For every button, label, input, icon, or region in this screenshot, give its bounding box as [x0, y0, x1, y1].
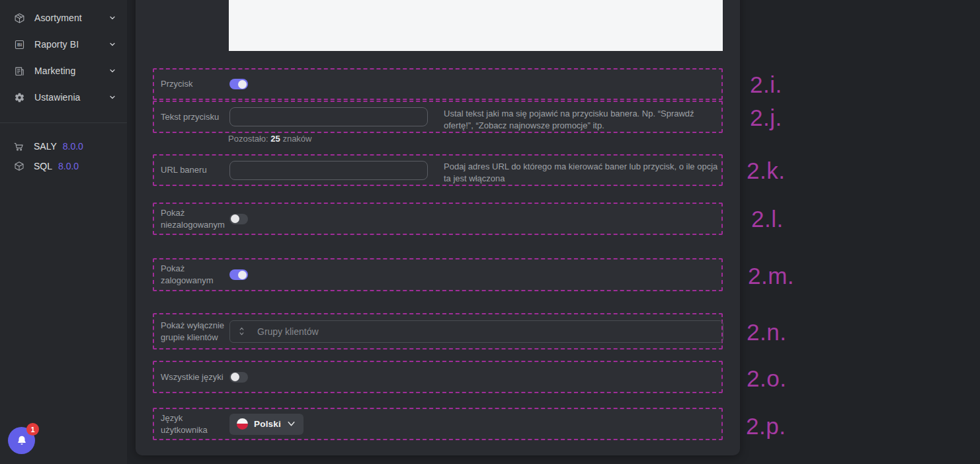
form-row-tekst-przycisku: Tekst przycisku Ustal tekst jaki ma się … [153, 101, 723, 133]
toggle-knob [238, 80, 247, 89]
product-version: 8.0.0 [58, 161, 79, 171]
page: Przycisk Tekst przycisku Ustal tekst jak… [0, 0, 980, 464]
product-name: SQL [34, 161, 52, 171]
annotation-2l: 2.l. [751, 207, 784, 230]
sidebar-item-label: Raporty BI [34, 39, 108, 50]
annotation-2m: 2.m. [748, 264, 794, 287]
annotation-2i: 2.i. [750, 73, 782, 96]
banner-preview [229, 0, 723, 51]
annotation-2j: 2.j. [750, 106, 782, 129]
helper-text: Podaj adres URL do którego ma kierować b… [444, 161, 724, 185]
field-label: Wszystkie języki [161, 371, 227, 383]
language-label: Polski [254, 419, 281, 429]
product-version: 8.0.0 [63, 141, 83, 152]
chevron-down-icon [108, 40, 116, 48]
helper-text: Ustal tekst jaki ma się pojawić na przyc… [444, 108, 724, 132]
version-row-saly: SALY 8.0.0 [0, 136, 127, 156]
all-languages-toggle[interactable] [229, 372, 248, 383]
chars-remaining-count: 25 [270, 134, 280, 144]
show-logged-out-toggle[interactable] [229, 214, 248, 224]
field-label: Pokaż zalogowanym [161, 263, 227, 287]
sidebar-item-asortyment[interactable]: Asortyment [0, 5, 127, 31]
form-row-wszystkie-jezyki: Wszystkie języki [153, 361, 723, 393]
field-label: Pokaż niezalogowanym [161, 207, 227, 231]
field-label: Tekst przycisku [161, 111, 227, 123]
annotation-2p: 2.p. [746, 414, 786, 438]
form-row-pokaz-niezalogowanym: Pokaż niezalogowanym [153, 203, 723, 235]
form-row-grupy-klientow: Pokaż wyłącznie grupie klientów Grupy kl… [153, 313, 723, 349]
show-logged-in-toggle[interactable] [229, 269, 248, 280]
notifications-button[interactable]: 1 [8, 427, 35, 454]
banner-url-input[interactable] [229, 161, 428, 180]
bi-report-icon: Bi [13, 38, 25, 50]
sidebar-item-label: Ustawienia [34, 92, 108, 103]
form-row-url-baneru: URL baneru Podaj adres URL do którego ma… [153, 154, 723, 186]
chevron-down-icon [287, 421, 296, 427]
form-row-przycisk: Przycisk [153, 68, 723, 100]
sidebar-divider [0, 122, 127, 123]
field-label: Język użytkownika [161, 412, 227, 436]
chevron-down-icon [108, 14, 116, 22]
przycisk-toggle[interactable] [229, 79, 248, 89]
svg-text:Bi: Bi [17, 42, 21, 48]
button-text-input[interactable] [229, 107, 428, 126]
field-label: Przycisk [161, 78, 227, 90]
select-placeholder: Grupy klientów [257, 326, 319, 337]
product-name: SALY [34, 141, 57, 152]
poland-flag-icon [237, 418, 248, 430]
form-row-pokaz-zalogowanym: Pokaż zalogowanym [153, 258, 723, 291]
bell-icon [16, 435, 28, 447]
chevron-down-icon [108, 93, 116, 101]
sidebar-item-label: Asortyment [34, 13, 108, 23]
annotation-2o: 2.o. [747, 367, 786, 390]
field-label: Pokaż wyłącznie grupie klientów [161, 320, 227, 344]
news-icon [13, 65, 25, 77]
toggle-knob [231, 214, 239, 223]
chevron-down-icon [108, 67, 116, 75]
customer-groups-select[interactable]: Grupy klientów [229, 320, 723, 343]
cube-icon [13, 12, 25, 24]
toggle-knob [238, 271, 247, 279]
form-row-jezyk-uzytkownika: Język użytkownika Polski [153, 408, 723, 440]
sidebar-item-marketing[interactable]: Marketing [0, 58, 127, 84]
cart-icon [13, 141, 24, 152]
field-label: URL baneru [161, 164, 227, 176]
sidebar-item-ustawienia[interactable]: Ustawienia [0, 84, 127, 111]
notification-count-badge: 1 [26, 423, 39, 436]
language-dropdown-button[interactable]: Polski [229, 414, 304, 435]
annotation-2n: 2.n. [747, 320, 786, 344]
annotation-2k: 2.k. [747, 159, 785, 182]
chars-remaining: Pozostało: 25 znaków [228, 134, 312, 144]
unfold-more-icon [238, 326, 245, 336]
gear-icon [13, 91, 25, 103]
cube-icon [13, 161, 24, 172]
sidebar-item-label: Marketing [34, 66, 108, 76]
sidebar-item-raporty-bi[interactable]: Bi Raporty BI [0, 31, 127, 58]
toggle-knob [231, 373, 239, 381]
sidebar: Asortyment Bi Raporty BI [0, 0, 127, 464]
version-row-sql: SQL 8.0.0 [0, 156, 127, 176]
